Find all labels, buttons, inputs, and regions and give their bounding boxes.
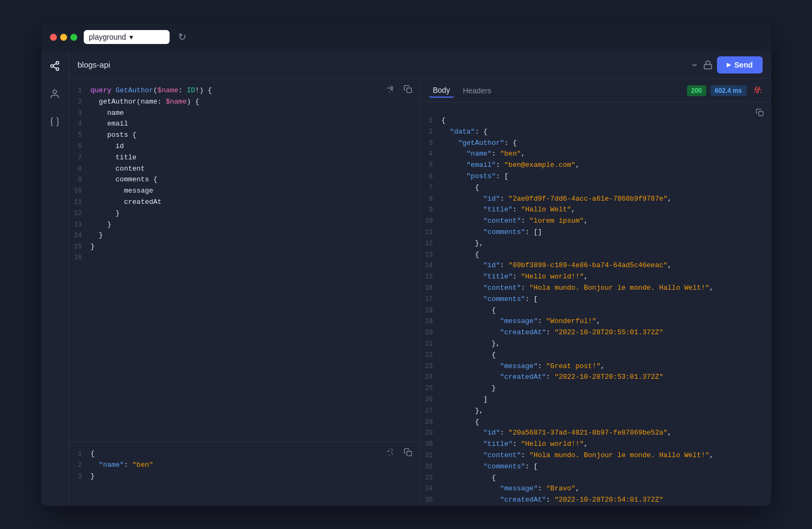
copy-icon [756,108,764,116]
response-header: Body Headers 200 602.4 ms [420,79,771,102]
code-line: 6 id [69,141,420,152]
prettify-button[interactable] [383,83,398,95]
env-selector[interactable]: playground ▾ [84,30,170,44]
sidebar-item-share[interactable] [46,57,63,75]
variables-panel[interactable]: 1 { 2 "name": "ben" 3 } [69,442,420,506]
response-code: 1 { 2 "data": { 3 "getAuthor": { [420,109,771,506]
response-line: 19 "message": "Wonderful!", [420,316,771,327]
panels: 1 query GetAuthor($name: ID!) { 2 getAut… [69,79,771,506]
response-line: 1 { [420,115,771,127]
sidebar-item-users[interactable] [46,85,63,102]
svg-rect-8 [407,88,412,93]
minimize-button[interactable] [60,34,67,41]
code-line: 2 getAuthor(name: $name) { [69,97,420,108]
response-line: 34 "message": "Bravo", [420,483,771,495]
sidebar-item-braces[interactable] [46,113,63,130]
topbar: blogs-api Send [69,51,771,79]
response-line: 10 "content": "lorem ipsum", [420,216,771,227]
response-line: 30 "title": "Hello world!!", [420,439,771,450]
code-line: 4 email [69,119,420,130]
code-line: 9 comments { [69,174,420,186]
code-line: 2 "name": "ben" [69,460,420,471]
response-line: 21 }, [420,339,771,350]
time-badge: 602.4 ms [711,85,747,96]
code-line: 16 [69,253,420,263]
svg-point-7 [390,87,392,90]
code-line: 5 posts { [69,130,420,141]
code-line: 13 } [69,219,420,231]
maximize-button[interactable] [70,34,77,41]
response-line: 27 }, [420,406,771,417]
titlebar: playground ▾ ↻ [41,23,771,51]
response-line: 22 { [420,350,771,361]
status-badge: 200 [687,85,706,96]
code-line: 14 } [69,230,420,241]
lock-icon [703,60,713,70]
content-area: blogs-api Send [69,51,771,506]
response-line: 25 } [420,383,771,394]
code-line: 3 } [69,471,420,482]
response-line: 26 ] [420,394,771,406]
copy-vars-button[interactable] [400,446,415,458]
svg-line-4 [53,63,56,65]
code-line: 1 { [69,449,420,460]
api-name: blogs-api [78,60,686,69]
copy-icon [404,448,412,457]
code-line: 10 message [69,186,420,197]
send-button[interactable]: Send [717,56,762,74]
response-line: 23 "message": "Great post!", [420,361,771,372]
chevron-down-icon [690,61,699,69]
svg-point-1 [51,65,54,68]
svg-line-3 [53,67,56,68]
svg-rect-6 [705,64,712,69]
response-line: 12 }, [420,238,771,249]
response-line: 3 "getAuthor": { [420,138,771,149]
code-line: 11 createdAt [69,197,420,208]
magic-wand-icon [386,85,395,93]
refresh-button[interactable]: ↻ [176,29,188,45]
response-line: 31 "content": "Hola mundo. Bonjour le mo… [420,450,771,461]
svg-point-0 [56,62,59,64]
response-line: 7 { [420,182,771,194]
response-line: 24 "createdAt": "2022-10-28T20:53:01.372… [420,372,771,383]
response-line: 8 "id": "2ae0fd9f-7dd6-4acc-a61e-7868b9f… [420,194,771,205]
response-line: 35 "createdAt": "2022-10-28T20:54:01.372… [420,495,771,506]
bug-icon[interactable] [753,86,763,95]
copy-response-button[interactable] [752,107,767,120]
tab-headers[interactable]: Headers [458,84,495,97]
response-line: 28 { [420,417,771,428]
prettify-vars-button[interactable] [383,446,398,458]
variables-code: 1 { 2 "name": "ben" 3 } [69,442,420,488]
response-line: 32 "comments": [ [420,461,771,473]
svg-point-5 [53,90,57,94]
response-line: 33 { [420,473,771,484]
code-line: 7 title [69,152,420,164]
code-line: 15 } [69,241,420,253]
right-panel: Body Headers 200 602.4 ms [420,79,771,506]
main-area: blogs-api Send [41,51,771,506]
chevron-down-icon: ▾ [129,33,164,41]
copy-icon [404,85,412,93]
response-line: 9 "title": "Hallo Welt", [420,204,771,216]
response-line: 4 "name": "ben", [420,149,771,160]
code-line: 3 name [69,108,420,119]
tab-body[interactable]: Body [429,84,455,98]
copy-query-button[interactable] [400,83,415,95]
code-line: 8 content [69,164,420,175]
svg-point-2 [56,68,59,70]
app-window: playground ▾ ↻ [41,23,771,506]
response-line: 18 { [420,305,771,317]
response-line: 13 { [420,249,771,261]
response-line: 15 "title": "Hello world!!", [420,271,771,283]
magic-wand-icon [386,448,395,457]
env-label: playground [89,33,126,41]
svg-rect-9 [407,451,412,456]
query-editor[interactable]: 1 query GetAuthor($name: ID!) { 2 getAut… [69,79,420,442]
response-line: 17 "comments": [ [420,294,771,305]
close-button[interactable] [50,34,57,41]
response-line: 16 "content": "Hola mundo. Bonjour le mo… [420,283,771,294]
sidebar [41,51,69,506]
response-line: 29 "id": "20a56871-37ad-4821-8b97-fe8706… [420,428,771,439]
traffic-lights [50,34,77,41]
response-body: 1 { 2 "data": { 3 "getAuthor": { [420,102,771,506]
